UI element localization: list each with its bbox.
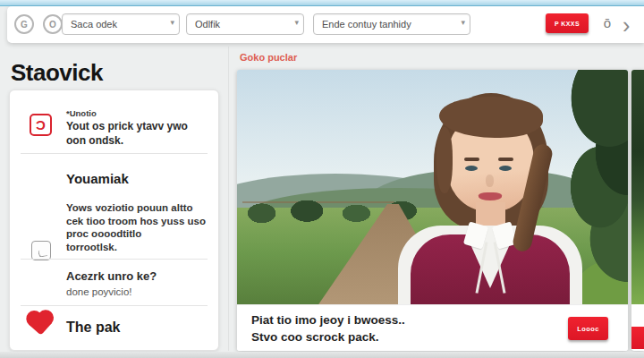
person-eyebrows	[464, 158, 479, 161]
sidebar-item-account[interactable]: Acezrk unro ke? done poyvicio!	[10, 262, 218, 305]
sidebar-item-thepak[interactable]: The pak	[10, 309, 218, 350]
option-select[interactable]: Ende contuy tanhidy	[313, 13, 470, 35]
caret-down-icon	[294, 18, 299, 27]
app-window: Saca odek Odlfik Ende contuy tanhidy P K…	[0, 0, 644, 358]
history-icon[interactable]	[43, 14, 63, 34]
caption-line: Piat tio imo jeoy i bwoess..	[251, 313, 405, 327]
hero-photo	[237, 70, 628, 304]
next-card-peek[interactable]	[631, 70, 644, 351]
sidebar-item-subtitle: done poyvicio!	[66, 286, 209, 297]
caret-down-icon	[461, 18, 465, 27]
category-select[interactable]: Odlfik	[186, 13, 304, 35]
divider	[21, 305, 208, 306]
caret-down-icon	[170, 18, 174, 27]
sidebar-item-title: Acezrk unro ke?	[66, 269, 209, 285]
person-side-hair	[436, 127, 453, 193]
sidebar-item-text: Yows voziotio pouun altto	[66, 201, 209, 215]
content-seam	[228, 47, 229, 351]
page-title: Staovick	[11, 59, 103, 87]
woman-figure	[387, 91, 593, 304]
sidebar-menu: *Unotio Yout os prick ytavv ywo oon onds…	[9, 90, 219, 351]
person-eyes	[465, 166, 478, 171]
divider	[21, 153, 208, 154]
sidebar-item-title: The pak	[66, 320, 209, 336]
hero-caption: Piat tio imo jeoy i bwoess.. Stvo coo sc…	[237, 304, 628, 351]
sidebar-item-text: oon ondsk.	[66, 134, 209, 149]
caption-line: Stvo coo scrock pack.	[251, 330, 379, 344]
cta-button[interactable]: Loooc	[568, 317, 608, 340]
sidebar-item-text: Yout os prick ytavv ywo	[66, 120, 209, 134]
promo-link[interactable]: Goko puclar	[240, 52, 297, 63]
divider	[21, 259, 208, 260]
person-nose	[486, 175, 494, 187]
sidebar-item-text: proc oooodtitlo	[66, 227, 209, 241]
next-card-cta-peek	[631, 327, 644, 349]
sidebar-item-text: cek tioo troom hos yuss uso	[66, 215, 209, 228]
sidebar-item-brand[interactable]: *Unotio Yout os prick ytavv ywo oon onds…	[10, 90, 218, 153]
sidebar-item-text: torrootlsk.	[66, 241, 209, 254]
sidebar-item-eyebrow: *Unotio	[66, 108, 209, 118]
next-card-photo	[631, 70, 644, 304]
bottom-strip	[0, 352, 644, 358]
toolbar-primary-button[interactable]: P KXXS	[546, 13, 589, 33]
person-lips	[479, 192, 502, 200]
region-select[interactable]: Saca odek	[62, 13, 180, 35]
user-icon[interactable]	[600, 13, 614, 33]
browser-top-strip	[0, 0, 644, 6]
chevron-right-icon[interactable]	[623, 10, 630, 40]
hero-card: Piat tio imo jeoy i bwoess.. Stvo coo sc…	[237, 70, 628, 351]
region-select-value: Saca odek	[71, 19, 117, 30]
option-select-value: Ende contuy tanhidy	[322, 19, 411, 30]
sidebar-item-yourmark[interactable]: Youamiak	[10, 162, 218, 198]
toolbar: Saca odek Odlfik Ende contuy tanhidy P K…	[7, 6, 644, 43]
sidebar-item-benefits[interactable]: Yows voziotio pouun altto cek tioo troom…	[10, 198, 218, 257]
brand-d-icon	[30, 114, 52, 136]
category-select-value: Odlfik	[195, 19, 220, 30]
refresh-icon[interactable]	[14, 14, 34, 34]
sidebar-item-title: Youamiak	[66, 171, 209, 186]
